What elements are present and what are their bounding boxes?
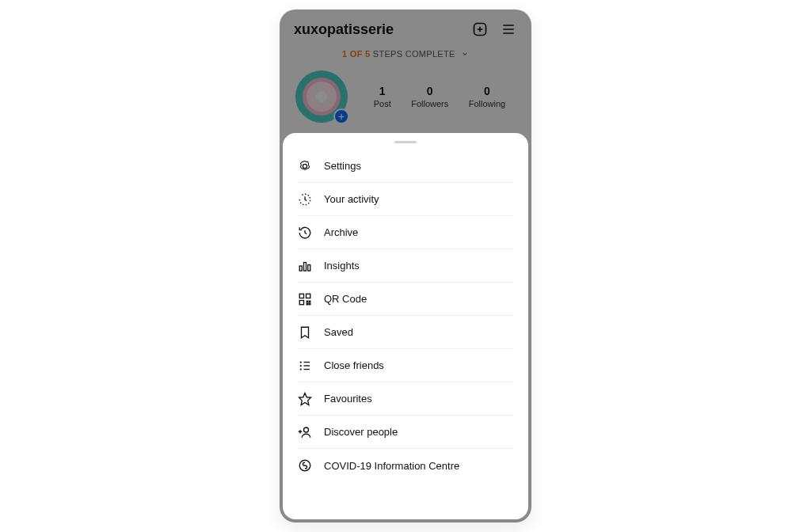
menu-label: Favourites: [324, 393, 372, 405]
bottom-sheet-menu: Settings Your activity: [283, 133, 528, 519]
svg-point-20: [300, 368, 302, 370]
menu-label: Settings: [324, 160, 361, 172]
svg-rect-8: [299, 266, 302, 271]
gear-icon: [297, 158, 313, 174]
menu-label: QR Code: [324, 293, 367, 305]
covid-info-icon: [297, 458, 313, 473]
svg-point-19: [300, 364, 302, 366]
svg-rect-12: [307, 294, 310, 298]
menu-item-discover-people[interactable]: Discover people: [297, 416, 514, 449]
menu-item-covid-info[interactable]: COVID-19 Information Centre: [297, 449, 514, 482]
menu-item-settings[interactable]: Settings: [297, 150, 514, 183]
sheet-grabber[interactable]: [394, 141, 417, 143]
insights-icon: [297, 258, 313, 274]
menu-item-saved[interactable]: Saved: [297, 316, 514, 349]
svg-point-7: [303, 164, 307, 168]
svg-point-18: [300, 361, 302, 363]
menu-item-your-activity[interactable]: Your activity: [297, 183, 514, 216]
svg-rect-13: [299, 300, 303, 304]
close-friends-icon: [297, 358, 313, 374]
archive-icon: [297, 225, 313, 241]
svg-point-25: [304, 428, 309, 432]
menu-label: COVID-19 Information Centre: [324, 460, 459, 472]
menu-label: Discover people: [324, 426, 398, 438]
menu-label: Archive: [324, 226, 358, 238]
menu-item-favourites[interactable]: Favourites: [297, 382, 514, 416]
svg-marker-24: [299, 393, 311, 405]
qrcode-icon: [297, 291, 313, 307]
svg-rect-14: [307, 301, 308, 302]
menu-item-close-friends[interactable]: Close friends: [297, 349, 514, 382]
menu-item-archive[interactable]: Archive: [297, 216, 514, 249]
svg-rect-11: [299, 294, 303, 298]
menu-label: Your activity: [324, 193, 379, 205]
menu-label: Insights: [324, 260, 360, 272]
menu-label: Close friends: [324, 359, 384, 371]
phone-frame: xuxopatisserie: [280, 10, 531, 522]
menu-list: Settings Your activity: [283, 150, 528, 482]
svg-rect-9: [304, 262, 307, 271]
menu-label: Saved: [324, 326, 353, 338]
svg-rect-16: [307, 303, 308, 305]
activity-icon: [297, 192, 313, 207]
discover-people-icon: [297, 424, 313, 440]
bookmark-icon: [297, 325, 313, 340]
svg-rect-15: [309, 301, 310, 302]
menu-item-insights[interactable]: Insights: [297, 249, 514, 283]
svg-rect-17: [309, 303, 310, 305]
star-icon: [297, 391, 313, 407]
menu-item-qrcode[interactable]: QR Code: [297, 283, 514, 316]
svg-rect-10: [308, 264, 310, 271]
